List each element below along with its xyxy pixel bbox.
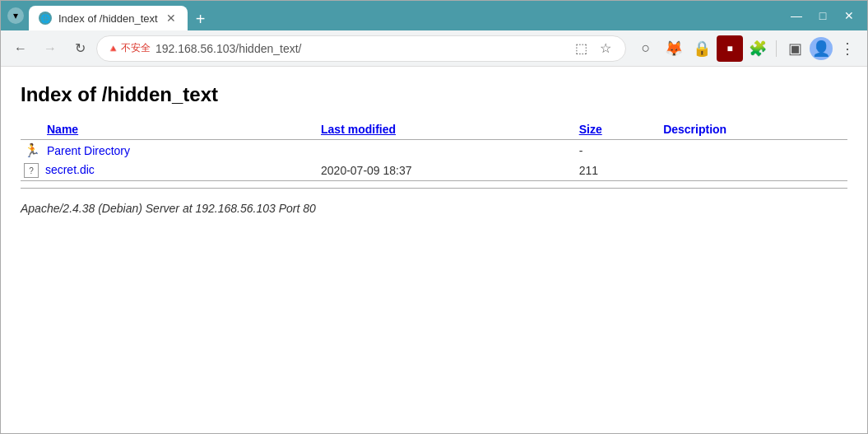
security-warning: 🔺 不安全 — [107, 41, 151, 55]
close-button[interactable]: ✕ — [838, 7, 861, 24]
menu-button[interactable]: ⋮ — [834, 35, 861, 62]
file-modified-cell — [318, 140, 576, 161]
back-button[interactable]: ← — [7, 35, 34, 62]
col-last-modified[interactable]: Last modified — [318, 119, 576, 140]
tab-favicon: 🌐 — [39, 12, 52, 25]
new-tab-button[interactable]: + — [189, 7, 212, 30]
page-separator — [21, 188, 847, 189]
table-row: ? secret.dic 2020-07-09 18:37 211 — [21, 161, 847, 181]
bookmark-star-icon[interactable]: ☆ — [596, 39, 615, 58]
red-square-button[interactable]: ■ — [717, 35, 743, 62]
file-modified-cell: 2020-07-09 18:37 — [318, 161, 576, 181]
col-name[interactable]: Name — [21, 119, 318, 140]
col-last-modified-link[interactable]: Last modified — [321, 123, 396, 136]
col-size-link[interactable]: Size — [579, 123, 602, 136]
window-controls: — □ ✕ — [785, 7, 861, 24]
avatar-image: 👤 — [812, 40, 830, 58]
file-desc-cell — [660, 161, 847, 181]
server-info: Apache/2.4.38 (Debian) Server at 192.168… — [21, 202, 847, 215]
parent-dir-icon: 🏃 — [24, 143, 40, 157]
sidebar-button[interactable]: ▣ — [782, 35, 808, 62]
nav-bar: ← → ↻ 🔺 不安全 192.168.56.103/hidden_text/ … — [1, 30, 867, 67]
translate-icon[interactable]: ⬚ — [571, 39, 591, 58]
address-bar[interactable]: 🔺 不安全 192.168.56.103/hidden_text/ ⬚ ☆ — [96, 35, 626, 62]
tab-close-button[interactable]: ✕ — [165, 12, 178, 25]
toolbar-separator — [776, 40, 777, 57]
parent-dir-link[interactable]: Parent Directory — [47, 144, 130, 157]
file-table: Name Last modified Size Description — [21, 119, 847, 181]
profile-switcher[interactable]: ▾ — [7, 7, 24, 24]
extensions-button[interactable]: 🧩 — [745, 35, 771, 62]
warning-triangle-icon: 🔺 — [107, 43, 119, 54]
page-title: Index of /hidden_text — [21, 83, 847, 106]
page-content: Index of /hidden_text Name Last modified… — [1, 67, 867, 433]
tab-list: 🌐 Index of /hidden_text ✕ + — [29, 1, 780, 30]
file-desc-cell — [660, 140, 847, 161]
col-size[interactable]: Size — [576, 119, 660, 140]
file-size-cell: 211 — [576, 161, 660, 181]
address-bar-icons: ⬚ ☆ — [571, 39, 615, 58]
toolbar-icons: ○ 🦊 🔒 ■ 🧩 ▣ 👤 ⋮ — [633, 35, 861, 62]
file-name-cell: 🏃 Parent Directory — [21, 140, 318, 161]
minimize-button[interactable]: — — [785, 7, 808, 24]
file-name-cell: ? secret.dic — [21, 161, 318, 181]
profile-avatar[interactable]: 👤 — [810, 37, 833, 60]
reload-button[interactable]: ↻ — [67, 35, 93, 62]
circle-button[interactable]: ○ — [633, 35, 659, 62]
col-name-link[interactable]: Name — [47, 123, 78, 136]
file-type-icon: ? — [24, 163, 39, 178]
security-text: 不安全 — [121, 41, 151, 55]
col-description: Description — [660, 119, 847, 140]
lock-button[interactable]: 🔒 — [689, 35, 715, 62]
forward-button[interactable]: → — [37, 35, 63, 62]
tab-title: Index of /hidden_text — [58, 12, 158, 25]
fox-button[interactable]: 🦊 — [661, 35, 687, 62]
secret-dic-link[interactable]: secret.dic — [45, 163, 95, 176]
title-bar: ▾ 🌐 Index of /hidden_text ✕ + — □ ✕ — [1, 1, 867, 30]
col-description-text: Description — [663, 123, 726, 136]
browser-controls: ▾ — [7, 7, 24, 24]
maximize-button[interactable]: □ — [811, 7, 834, 24]
table-row: 🏃 Parent Directory - — [21, 140, 847, 161]
url-text: 192.168.56.103/hidden_text/ — [155, 42, 302, 55]
file-size-cell: - — [576, 140, 660, 161]
browser-window: ▾ 🌐 Index of /hidden_text ✕ + — □ ✕ ← → … — [0, 0, 868, 434]
active-tab[interactable]: 🌐 Index of /hidden_text ✕ — [29, 6, 188, 30]
